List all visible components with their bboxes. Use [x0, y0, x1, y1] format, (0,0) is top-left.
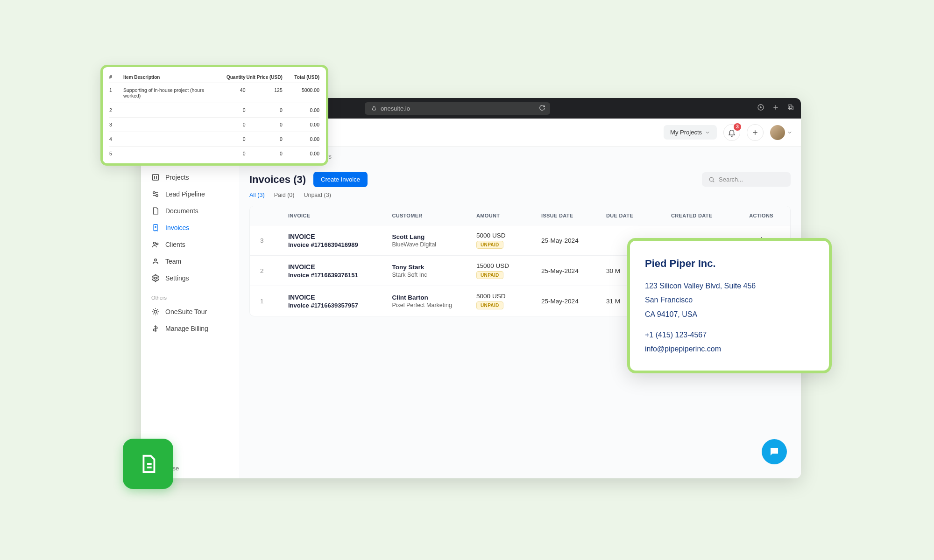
document-icon-badge: [123, 439, 173, 489]
svg-point-8: [156, 243, 158, 245]
sidebar-item-clients[interactable]: Clients: [146, 236, 234, 253]
add-button[interactable]: [747, 124, 764, 141]
sidebar-item-leads[interactable]: Lead Pipeline: [146, 186, 234, 203]
sidebar-item-settings[interactable]: Settings: [146, 270, 234, 287]
col-amount: AMOUNT: [476, 213, 541, 218]
sidebar-item-billing[interactable]: Manage Billing: [146, 320, 234, 337]
url-text: onesuite.io: [381, 105, 410, 112]
page-title: Invoices (3): [249, 174, 306, 186]
svg-point-11: [154, 310, 157, 313]
notification-badge: 3: [734, 123, 741, 131]
contact-name: Pied Piper Inc.: [645, 254, 814, 273]
contact-email: info@pipepiperinc.com: [645, 342, 814, 356]
line-item-row: 1Supporting of in-house project (hours w…: [109, 83, 319, 103]
avatar: [770, 125, 785, 140]
filter-unpaid[interactable]: Unpaid (3): [304, 192, 331, 198]
svg-rect-4: [152, 175, 159, 180]
line-item-row: 5000.00: [109, 146, 319, 161]
search-input[interactable]: Search...: [702, 172, 791, 187]
contact-city: San Francisco: [645, 293, 814, 307]
col-created: CREATED DATE: [671, 213, 743, 218]
sidebar-item-team[interactable]: Team: [146, 253, 234, 270]
sidebar: Dashboard Projects Lead Pipeline Documen…: [141, 147, 239, 478]
sidebar-section-others: Others: [146, 287, 234, 303]
line-items-overlay: # Item Description Quantity Unit Price (…: [100, 65, 328, 166]
line-item-row: 4000.00: [109, 132, 319, 146]
create-invoice-button[interactable]: Create Invoice: [313, 172, 368, 187]
chat-fab[interactable]: [762, 439, 787, 464]
refresh-icon[interactable]: [539, 105, 545, 112]
address-bar[interactable]: onesuite.io: [365, 102, 550, 115]
sidebar-item-invoices[interactable]: Invoices: [146, 219, 234, 236]
filter-all[interactable]: All (3): [249, 192, 265, 198]
sidebar-item-projects[interactable]: Projects: [146, 169, 234, 186]
svg-rect-3: [788, 105, 792, 109]
filter-paid[interactable]: Paid (0): [274, 192, 295, 198]
project-switcher[interactable]: My Projects: [664, 125, 717, 140]
contact-card-overlay: Pied Piper Inc. 123 Silicon Valley Blvd,…: [627, 238, 832, 373]
col-due: DUE DATE: [606, 213, 671, 218]
download-icon[interactable]: [757, 104, 764, 113]
line-item-row: 3000.00: [109, 117, 319, 132]
svg-rect-2: [789, 106, 793, 110]
col-issue: ISSUE DATE: [541, 213, 606, 218]
notifications-button[interactable]: 3: [723, 124, 740, 141]
copy-icon[interactable]: [787, 104, 794, 113]
sidebar-item-documents[interactable]: Documents: [146, 203, 234, 219]
col-customer: CUSTOMER: [392, 213, 476, 218]
svg-point-7: [154, 242, 156, 245]
contact-addr1: 123 Silicon Valley Blvd, Suite 456: [645, 279, 814, 293]
contact-region: CA 94107, USA: [645, 308, 814, 322]
svg-point-5: [153, 192, 156, 194]
line-item-row: 2000.00: [109, 103, 319, 117]
user-menu[interactable]: [770, 125, 792, 140]
svg-point-9: [155, 259, 157, 261]
svg-point-6: [156, 195, 158, 197]
svg-rect-0: [373, 108, 376, 111]
sidebar-item-tour[interactable]: OneSuite Tour: [146, 303, 234, 320]
col-invoice: INVOICE: [288, 213, 392, 218]
contact-phone: +1 (415) 123-4567: [645, 328, 814, 342]
svg-point-10: [155, 277, 157, 280]
col-actions: ACTIONS: [743, 213, 780, 218]
svg-point-15: [709, 177, 713, 181]
plus-icon[interactable]: [772, 104, 779, 113]
